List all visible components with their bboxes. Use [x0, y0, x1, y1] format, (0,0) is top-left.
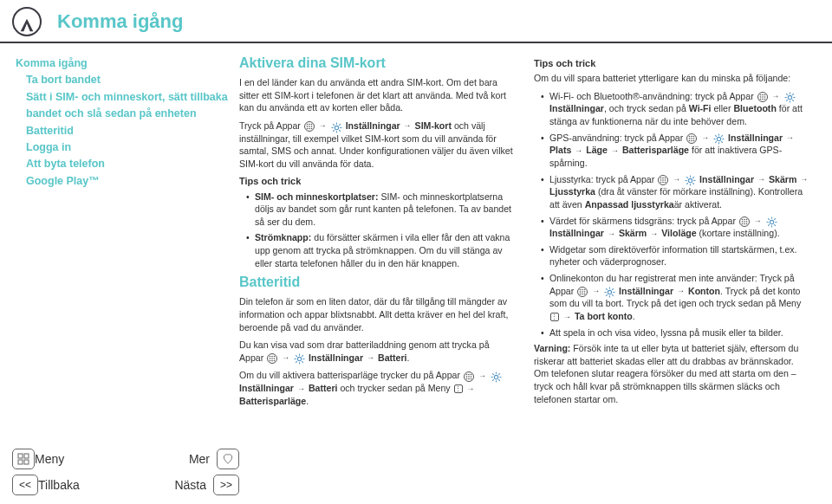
toc-item[interactable]: Batteritid: [16, 123, 239, 139]
svg-line-52: [492, 379, 494, 381]
svg-point-116: [746, 223, 748, 224]
paragraph: Tryck på Appar → Inställningar → SIM-kor…: [239, 120, 515, 171]
apps-icon: [577, 287, 588, 297]
warning-paragraph: Varning: Försök inte ta ut eller byta ut…: [534, 342, 809, 405]
svg-point-59: [764, 96, 765, 98]
svg-point-55: [762, 94, 764, 96]
arrow-icon: →: [701, 132, 709, 143]
paragraph: Din telefon är som en liten dator, där d…: [239, 295, 515, 333]
svg-point-81: [717, 138, 720, 141]
svg-point-111: [742, 221, 744, 223]
menu-button[interactable]: [12, 449, 35, 469]
svg-point-129: [580, 291, 582, 293]
toc-item[interactable]: Google Play™: [16, 173, 239, 190]
arrow-icon: →: [786, 132, 794, 143]
table-of-contents: Komma igång Ta bort bandet Sätt i SIM- o…: [16, 52, 239, 412]
heading-tips: Tips och trick: [534, 57, 809, 70]
svg-line-86: [715, 136, 717, 138]
list-item: Värdet för skärmens tidsgräns: tryck på …: [543, 215, 809, 240]
back-button[interactable]: <<: [12, 475, 38, 495]
svg-line-53: [498, 373, 500, 375]
apps-icon: [304, 121, 315, 132]
svg-point-22: [271, 358, 273, 359]
arrow-icon: →: [677, 286, 685, 296]
svg-point-44: [471, 378, 472, 379]
gear-icon: [766, 216, 777, 228]
gear-icon: [685, 175, 696, 186]
brand-logo: [12, 7, 42, 36]
svg-point-117: [770, 221, 773, 224]
svg-point-18: [270, 356, 271, 358]
more-button[interactable]: [217, 449, 239, 469]
svg-point-4: [309, 126, 310, 127]
arrow-icon: →: [297, 384, 305, 394]
svg-line-143: [612, 289, 614, 291]
arrow-icon: →: [404, 120, 412, 131]
paragraph: I en del länder kan du använda ett andra…: [239, 76, 515, 114]
next-label: Nästa: [174, 478, 206, 492]
svg-point-135: [608, 291, 611, 294]
toc-item[interactable]: Sätt i SIM- och minneskort, sätt tillbak…: [16, 89, 239, 123]
svg-point-19: [271, 356, 273, 358]
list-item: GPS-användning: tryck på Appar → Inställ…: [543, 132, 809, 170]
svg-line-88: [715, 142, 717, 144]
svg-rect-144: [18, 454, 23, 458]
svg-point-63: [788, 96, 791, 100]
toc-item[interactable]: Ta bort bandet: [16, 72, 239, 88]
arrow-icon: →: [367, 352, 374, 363]
svg-line-70: [786, 100, 788, 102]
toc-item[interactable]: Logga in: [16, 139, 239, 156]
svg-point-6: [306, 128, 308, 130]
svg-point-23: [274, 358, 276, 359]
content-col-2: Tips och trick Om du vill spara batterie…: [534, 52, 809, 412]
svg-rect-146: [18, 460, 23, 464]
svg-rect-147: [24, 460, 29, 464]
svg-rect-145: [24, 454, 29, 458]
svg-point-79: [691, 140, 692, 142]
gear-icon: [713, 133, 725, 145]
svg-point-112: [744, 221, 745, 223]
toc-item[interactable]: Komma igång: [16, 55, 239, 72]
svg-line-15: [339, 130, 341, 132]
svg-point-127: [582, 289, 583, 291]
next-button[interactable]: >>: [213, 475, 239, 495]
svg-point-40: [468, 376, 470, 378]
svg-point-21: [270, 358, 271, 359]
heading-tips: Tips och trick: [239, 175, 515, 188]
arrow-icon: →: [673, 174, 680, 184]
svg-point-25: [271, 360, 273, 362]
svg-point-99: [688, 179, 692, 183]
arrow-icon: →: [800, 174, 808, 184]
svg-point-72: [689, 136, 691, 138]
arrow-icon: →: [611, 145, 619, 156]
gear-icon: [491, 372, 502, 383]
svg-point-26: [274, 360, 276, 362]
arrow-icon: →: [319, 120, 327, 131]
back-label: Tillbaka: [38, 478, 80, 492]
svg-point-37: [468, 373, 470, 375]
svg-line-107: [692, 177, 694, 178]
toc-item[interactable]: Att byta telefon: [16, 156, 239, 172]
svg-point-0: [306, 124, 308, 126]
svg-point-114: [742, 223, 744, 224]
svg-point-62: [764, 99, 765, 100]
svg-point-130: [582, 291, 583, 293]
heading-activate-sim: Aktivera dina SIM-kort: [239, 54, 515, 73]
svg-line-124: [768, 224, 770, 226]
svg-point-132: [580, 294, 582, 295]
arrow-icon: →: [282, 352, 289, 363]
heading-battery: Batteritid: [239, 273, 515, 292]
svg-point-38: [471, 373, 472, 375]
svg-point-134: [584, 294, 586, 295]
menu-icon: ⋮: [550, 313, 559, 321]
svg-line-105: [692, 184, 694, 185]
svg-point-126: [580, 289, 582, 291]
svg-point-36: [466, 373, 468, 375]
svg-point-77: [693, 138, 695, 139]
svg-line-68: [786, 94, 788, 96]
svg-point-57: [759, 96, 761, 98]
svg-point-92: [665, 177, 666, 178]
svg-line-123: [774, 224, 776, 226]
svg-line-141: [612, 295, 614, 297]
apps-icon: [658, 175, 668, 185]
